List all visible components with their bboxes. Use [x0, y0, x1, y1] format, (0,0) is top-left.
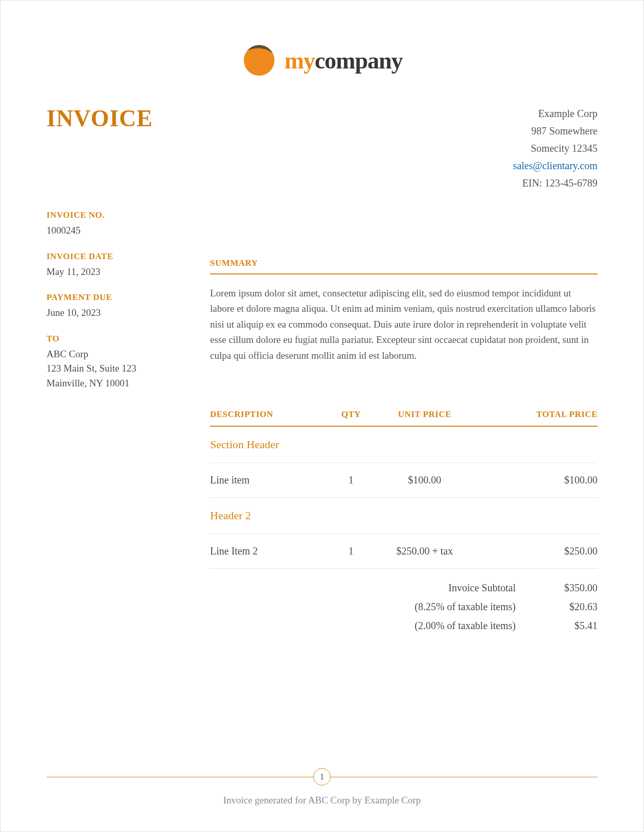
col-description: DESCRIPTION — [210, 409, 332, 426]
sender-city: Somecity 12345 — [513, 140, 597, 157]
page-number: 1 — [313, 768, 331, 785]
totals-label: (2.00% of taxable items) — [398, 620, 531, 632]
invoice-date-value: May 11, 2023 — [47, 265, 179, 280]
logo-text-company: company — [315, 48, 403, 74]
invoice-no-value: 1000245 — [47, 223, 179, 238]
document-title: INVOICE — [47, 105, 153, 132]
footer-text: Invoice generated for ABC Corp by Exampl… — [47, 795, 597, 806]
to-city: Mainville, NY 10001 — [47, 376, 179, 391]
cell-total-price: $100.00 — [479, 463, 597, 497]
section-header-cell: Section Header — [210, 426, 597, 463]
summary-heading: SUMMARY — [210, 258, 597, 274]
to-street: 123 Main St, Suite 123 — [47, 361, 179, 376]
payment-due-value: June 10, 2023 — [47, 306, 179, 320]
cell-total-price: $250.00 — [479, 534, 597, 568]
cell-unit-price: $250.00 + tax — [370, 534, 479, 568]
totals-row: (8.25% of taxable items)$20.63 — [210, 601, 597, 613]
sender-email[interactable]: sales@clientary.com — [513, 157, 597, 174]
cell-description: Line Item 2 — [210, 534, 332, 568]
invoice-date-label: INVOICE DATE — [47, 251, 179, 262]
logo-icon — [241, 41, 277, 79]
invoice-no-label: INVOICE NO. — [47, 210, 179, 220]
totals-row: (2.00% of taxable items)$5.41 — [210, 620, 597, 632]
col-unit-price: UNIT PRICE — [370, 409, 479, 426]
company-logo: mycompany — [241, 41, 402, 79]
cell-unit-price: $100.00 — [370, 463, 479, 497]
cell-qty: 1 — [332, 534, 370, 568]
page-footer: 1 Invoice generated for ABC Corp by Exam… — [47, 768, 597, 806]
table-row: Header 2 — [210, 497, 597, 534]
section-header-cell: Header 2 — [210, 497, 597, 534]
table-row: Line item1$100.00$100.00 — [210, 463, 597, 497]
totals-amount: $20.63 — [531, 601, 597, 613]
sender-ein: EIN: 123-45-6789 — [513, 174, 597, 192]
totals-amount: $350.00 — [531, 582, 597, 594]
meta-sidebar: INVOICE NO. 1000245 INVOICE DATE May 11,… — [47, 197, 179, 639]
payment-due-label: PAYMENT DUE — [47, 292, 179, 303]
footer-rule-right — [330, 777, 597, 777]
logo-text-my: my — [284, 48, 314, 74]
logo-area: mycompany — [47, 41, 597, 79]
footer-rule-left — [47, 777, 314, 777]
cell-qty: 1 — [332, 463, 370, 497]
sender-street: 987 Somewhere — [513, 122, 597, 140]
sender-name: Example Corp — [513, 105, 597, 122]
totals-amount: $5.41 — [531, 620, 597, 632]
totals-label: Invoice Subtotal — [398, 582, 531, 594]
totals-row: Invoice Subtotal$350.00 — [210, 582, 597, 594]
table-row: Line Item 21$250.00 + tax$250.00 — [210, 534, 597, 568]
cell-description: Line item — [210, 463, 332, 497]
sender-block: Example Corp 987 Somewhere Somecity 1234… — [513, 105, 597, 192]
line-items-table: DESCRIPTION QTY UNIT PRICE TOTAL PRICE S… — [210, 409, 597, 569]
col-total-price: TOTAL PRICE — [479, 409, 597, 426]
totals-block: Invoice Subtotal$350.00(8.25% of taxable… — [210, 582, 597, 632]
col-qty: QTY — [332, 409, 370, 426]
to-name: ABC Corp — [47, 347, 179, 362]
totals-label: (8.25% of taxable items) — [398, 601, 531, 613]
table-row: Section Header — [210, 426, 597, 463]
to-label: TO — [47, 334, 179, 344]
summary-text: Lorem ipsum dolor sit amet, consectetur … — [210, 286, 597, 363]
logo-text: mycompany — [284, 47, 402, 74]
